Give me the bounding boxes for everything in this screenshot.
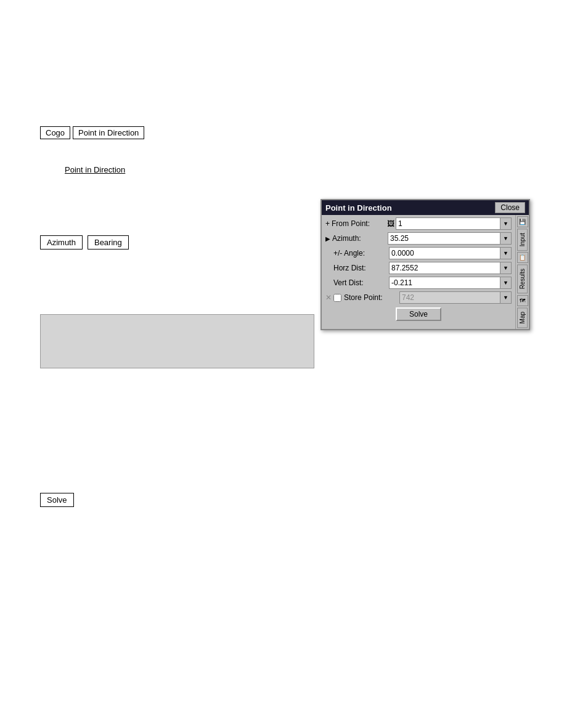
dialog-sidebar: 💾 Input 📋 Results 🗺 Map [515,215,529,329]
vert-dist-dropdown[interactable]: ▼ [500,277,512,289]
direction-type-buttons: Azimuth Bearing [40,235,129,250]
dialog-body: + From Point: 🖼 ▼ ▶ Azimuth: ▼ +/- Angle… [322,215,529,329]
azimuth-label: Azimuth: [332,234,388,243]
from-point-dropdown[interactable]: ▼ [500,217,512,230]
angle-input[interactable] [389,247,500,259]
horz-dist-input[interactable] [389,262,500,274]
azimuth-row: ▶ Azimuth: ▼ [325,232,512,245]
store-point-dropdown[interactable]: ▼ [500,291,512,304]
solve-button[interactable]: Solve [40,493,74,507]
solve-area: Solve [40,493,74,507]
dialog-solve-button[interactable]: Solve [396,307,441,321]
store-point-checkbox[interactable] [333,294,341,302]
sidebar-map-icon[interactable]: 🗺 [517,295,528,306]
angle-dropdown[interactable]: ▼ [500,247,512,259]
horz-dist-row: Horz Dist: ▼ [325,262,512,274]
azimuth-button[interactable]: Azimuth [40,235,83,250]
azimuth-dropdown[interactable]: ▼ [500,232,512,245]
store-point-label: Store Point: [344,293,399,302]
sidebar-results-icon[interactable]: 📋 [517,252,528,263]
azimuth-input[interactable] [388,232,500,245]
from-point-picker-icon[interactable]: 🖼 [387,219,394,228]
dialog-close-button[interactable]: Close [495,202,525,213]
bearing-button[interactable]: Bearing [88,235,129,250]
point-in-direction-dialog: Point in Direction Close + From Point: 🖼… [321,199,530,330]
store-point-input[interactable] [399,291,500,304]
vert-dist-input[interactable] [389,277,500,289]
vert-dist-row: Vert Dist: ▼ [325,277,512,289]
azimuth-triangle-icon: ▶ [325,235,330,242]
sidebar-save-icon[interactable]: 💾 [517,216,528,227]
plus-icon: + [325,219,330,228]
tab-map[interactable]: Map [517,307,528,328]
dialog-main-content: + From Point: 🖼 ▼ ▶ Azimuth: ▼ +/- Angle… [322,215,515,329]
breadcrumb: Cogo Point in Direction [40,126,144,139]
tab-results[interactable]: Results [517,264,528,293]
vert-dist-label: Vert Dist: [333,278,389,287]
dialog-titlebar: Point in Direction Close [322,200,529,215]
store-point-row: ✕ Store Point: ▼ [325,291,512,304]
point-in-direction-button[interactable]: Point in Direction [73,126,144,139]
from-point-input[interactable] [396,217,500,230]
breadcrumb-link[interactable]: Point in Direction [65,165,125,174]
tab-input[interactable]: Input [517,229,528,251]
cogo-button[interactable]: Cogo [40,126,70,139]
angle-row: +/- Angle: ▼ [325,247,512,259]
angle-label: +/- Angle: [333,249,389,258]
store-x-icon: ✕ [325,293,332,302]
content-box [40,314,314,368]
from-point-label: From Point: [332,219,387,228]
dialog-title: Point in Direction [325,203,392,213]
from-point-row: + From Point: 🖼 ▼ [325,217,512,230]
horz-dist-dropdown[interactable]: ▼ [500,262,512,274]
horz-dist-label: Horz Dist: [333,264,389,272]
